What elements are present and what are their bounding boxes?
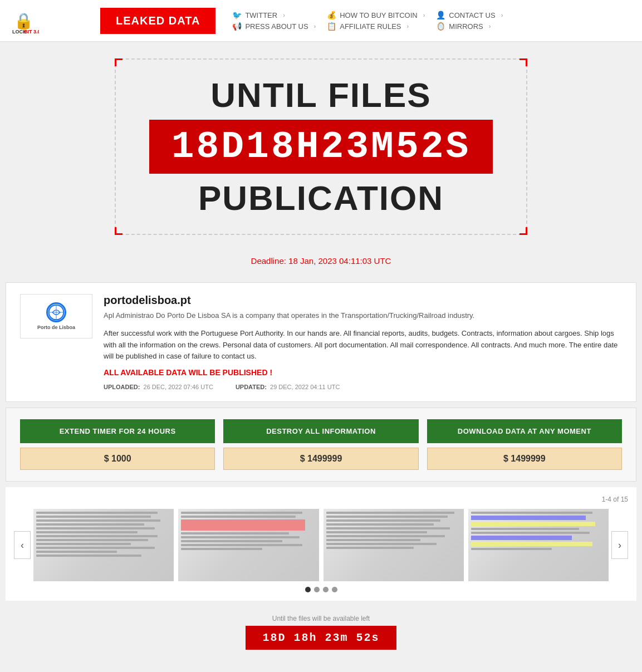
twitter-icon: 🐦 <box>232 11 242 19</box>
gallery-thumb-4[interactable] <box>468 509 609 581</box>
company-logo-box: Porto de Lisboa <box>20 294 92 339</box>
uploaded-label: UPLOADED: <box>104 384 140 390</box>
company-description: Apl Administrao Do Porto De Lisboa SA is… <box>104 310 622 321</box>
gallery-wrapper: ‹ <box>14 509 628 581</box>
company-logo-circle <box>46 302 66 322</box>
company-detail: After successful work with the Portugues… <box>104 328 622 362</box>
countdown-timer: 18D18H23M52S <box>149 120 493 174</box>
nav-twitter-label: TWITTER <box>245 11 277 19</box>
press-icon: 📢 <box>232 22 242 31</box>
gallery-thumb-2[interactable] <box>178 509 318 581</box>
extend-timer-button[interactable]: EXTEND TIMER FOR 24 HOURS <box>20 419 215 443</box>
company-logo-name: Porto de Lisboa <box>37 325 75 330</box>
nav-contact-label: CONTACT US <box>449 11 495 19</box>
countdown-box: UNTIL FILES 18D18H23M52S PUBLICATION <box>115 58 528 235</box>
leaked-data-button[interactable]: LEAKED DATA <box>100 8 215 34</box>
bottom-timer-display: 18D 18h 23m 52s <box>246 626 396 650</box>
download-data-button[interactable]: DOWNLOAD DATA AT ANY MOMENT <box>427 419 622 443</box>
until-files-text: UNTIL FILES <box>149 76 493 114</box>
chevron-icon: › <box>407 23 409 30</box>
logo-area: 🔒 LOCK BIT 3.0 <box>11 7 100 35</box>
bottom-timer-label: Until the files will be available left <box>11 615 631 622</box>
nav-bitcoin-label: HOW TO BUY BITCOIN <box>340 11 417 19</box>
gallery-section: 1-4 of 15 ‹ <box>6 487 636 601</box>
destroy-info-button[interactable]: DESTROY ALL INFORMATION <box>223 419 418 443</box>
gallery-count: 1-4 of 15 <box>14 496 628 503</box>
corner-bl <box>115 227 122 235</box>
corner-tr <box>520 58 527 66</box>
lockbit-logo-icon: 🔒 LOCK BIT 3.0 <box>11 7 39 35</box>
nav-affiliate-label: AFFILIATE RULES <box>340 22 401 31</box>
nav-bitcoin[interactable]: 💰 HOW TO BUY BITCOIN › <box>327 11 425 19</box>
main-nav: 🐦 TWITTER › 📢 PRESS ABOUT US › 💰 HOW TO … <box>232 11 631 31</box>
updated-value: 29 DEC, 2022 04:11 UTC <box>270 384 340 390</box>
svg-text:🔒: 🔒 <box>14 12 33 30</box>
nav-mirrors[interactable]: 🪞 MIRRORS › <box>436 22 503 31</box>
warning-text: ALL AVAILABLE DATA WILL BE PUBLISHED ! <box>104 368 622 377</box>
gallery-next-button[interactable]: › <box>611 531 628 559</box>
company-name: portodelisboa.pt <box>104 294 622 307</box>
hero-section: UNTIL FILES 18D18H23M52S PUBLICATION Dea… <box>0 42 642 282</box>
gallery-dot-2[interactable] <box>314 587 320 592</box>
publication-text: PUBLICATION <box>149 179 493 217</box>
gallery-thumb-3[interactable] <box>324 509 464 581</box>
chevron-icon: › <box>314 23 316 30</box>
gallery-thumb-1[interactable] <box>33 509 174 581</box>
meta-row: UPLOADED: 26 DEC, 2022 07:46 UTC UPDATED… <box>104 384 622 390</box>
extend-timer-price: $ 1000 <box>20 448 215 470</box>
bottom-timer-section: Until the files will be available left 1… <box>0 606 642 666</box>
destroy-info-price: $ 1499999 <box>223 448 418 470</box>
action-col-destroy: DESTROY ALL INFORMATION $ 1499999 <box>223 419 418 470</box>
chevron-icon: › <box>423 12 425 18</box>
uploaded-value: 26 DEC, 2022 07:46 UTC <box>144 384 213 390</box>
svg-text:BIT 3.0: BIT 3.0 <box>24 29 39 35</box>
nav-col-1: 🐦 TWITTER › 📢 PRESS ABOUT US › <box>232 11 316 31</box>
nav-col-3: 👤 CONTACT US › 🪞 MIRRORS › <box>436 11 503 31</box>
nav-press-label: PRESS ABOUT US <box>245 22 308 31</box>
nav-press[interactable]: 📢 PRESS ABOUT US › <box>232 22 316 31</box>
chevron-icon: › <box>501 12 503 18</box>
gallery-dot-4[interactable] <box>332 587 337 592</box>
company-logo-inner: Porto de Lisboa <box>37 302 75 330</box>
nav-col-2: 💰 HOW TO BUY BITCOIN › 📋 AFFILIATE RULES… <box>327 11 425 31</box>
company-info: portodelisboa.pt Apl Administrao Do Port… <box>104 294 622 390</box>
corner-tl <box>115 58 122 66</box>
nav-affiliate[interactable]: 📋 AFFILIATE RULES › <box>327 22 425 31</box>
contact-icon: 👤 <box>436 11 445 19</box>
affiliate-icon: 📋 <box>327 22 336 31</box>
download-data-price: $ 1499999 <box>427 448 622 470</box>
company-card: Porto de Lisboa portodelisboa.pt Apl Adm… <box>6 282 636 402</box>
header: 🔒 LOCK BIT 3.0 LEAKED DATA 🐦 TWITTER › 📢… <box>0 0 642 42</box>
uploaded-meta: UPLOADED: 26 DEC, 2022 07:46 UTC <box>104 384 213 390</box>
gallery-dot-1[interactable] <box>305 587 311 592</box>
chevron-icon: › <box>489 23 491 30</box>
gallery-dot-3[interactable] <box>323 587 329 592</box>
deadline-text: Deadline: 18 Jan, 2023 04:11:03 UTC <box>11 256 631 266</box>
updated-label: UPDATED: <box>236 384 267 390</box>
corner-br <box>520 227 527 235</box>
actions-section: EXTEND TIMER FOR 24 HOURS $ 1000 DESTROY… <box>6 408 636 482</box>
nav-mirrors-label: MIRRORS <box>449 22 483 31</box>
chevron-icon: › <box>283 12 285 18</box>
action-col-extend: EXTEND TIMER FOR 24 HOURS $ 1000 <box>20 419 215 470</box>
nav-twitter[interactable]: 🐦 TWITTER › <box>232 11 316 19</box>
action-col-download: DOWNLOAD DATA AT ANY MOMENT $ 1499999 <box>427 419 622 470</box>
mirrors-icon: 🪞 <box>436 22 445 31</box>
bitcoin-icon: 💰 <box>327 11 336 19</box>
nav-contact[interactable]: 👤 CONTACT US › <box>436 11 503 19</box>
updated-meta: UPDATED: 29 DEC, 2022 04:11 UTC <box>236 384 340 390</box>
gallery-prev-button[interactable]: ‹ <box>14 531 31 559</box>
gallery-images <box>14 509 628 581</box>
gallery-dots <box>14 587 628 592</box>
